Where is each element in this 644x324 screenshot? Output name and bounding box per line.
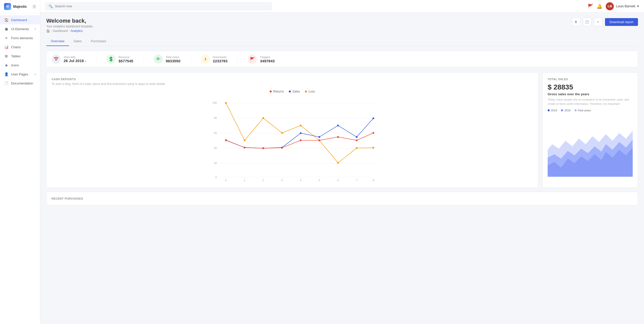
logo-text: Majestic bbox=[13, 5, 27, 9]
sidebar-item-tables[interactable]: ⊞ Tables bbox=[0, 52, 40, 61]
bell-icon[interactable]: 🔔 bbox=[597, 4, 602, 9]
filter-icon[interactable]: ☰ bbox=[32, 4, 36, 9]
sidebar-item-documentation[interactable]: 📄 Documentation bbox=[0, 79, 40, 88]
user-name: Louis Barnett bbox=[616, 4, 635, 8]
svg-point-42 bbox=[281, 147, 283, 149]
total-sales-title: TOTAL SALES bbox=[548, 78, 633, 81]
search-input[interactable] bbox=[55, 4, 268, 8]
svg-text:0: 0 bbox=[225, 179, 227, 182]
legend-2018: 2018 bbox=[561, 109, 570, 112]
svg-text:80: 80 bbox=[214, 116, 217, 119]
sidebar-item-ui-elements[interactable]: ▣ UI Elements ▾ bbox=[0, 24, 40, 33]
tabs: Overview Sales Purchases bbox=[46, 37, 638, 46]
search-icon: 🔍 bbox=[49, 4, 53, 8]
topbar: 🔍 🚩 🔔 LB Louis Barnett ▾ bbox=[40, 0, 644, 13]
revenue-label: Revenue bbox=[118, 56, 130, 59]
sidebar-item-label: UI Elements bbox=[11, 27, 29, 31]
clock-icon-button[interactable]: 🕐 bbox=[583, 18, 591, 26]
svg-point-24 bbox=[281, 132, 283, 134]
cash-deposits-title: CASH DEPOSITS bbox=[52, 78, 533, 81]
legend-past-years: Past years bbox=[575, 109, 591, 112]
svg-point-46 bbox=[356, 140, 357, 141]
stat-divider-4 bbox=[237, 55, 238, 64]
breadcrumb: 🏠 / Dashboard / Analytics bbox=[46, 29, 93, 33]
plus-icon-button[interactable]: + bbox=[594, 18, 602, 26]
dashboard-icon: 🏠 bbox=[4, 18, 9, 22]
recent-purchases-card: RECENT PURCHASES bbox=[46, 192, 638, 205]
sidebar-item-label: Documentation bbox=[11, 81, 33, 85]
sidebar-item-label: Tables bbox=[11, 54, 21, 58]
charts-grid: CASH DEPOSITS To start a blog, think of … bbox=[46, 72, 638, 188]
user-menu-arrow: ▾ bbox=[637, 4, 639, 8]
sidebar-item-charts[interactable]: 📊 Charts bbox=[0, 42, 40, 52]
calendar-icon: 📅 bbox=[52, 55, 61, 64]
svg-text:20: 20 bbox=[214, 162, 217, 165]
downloads-block: Downloads 2233783 bbox=[213, 55, 227, 63]
stat-divider-3 bbox=[190, 55, 191, 64]
download-icon-button[interactable]: ⬇ bbox=[572, 18, 580, 26]
total-sales-card: TOTAL SALES $ 28835 Gross sales over the… bbox=[542, 72, 638, 188]
search-box[interactable]: 🔍 bbox=[45, 3, 272, 10]
main-content: 🔍 🚩 🔔 LB Louis Barnett ▾ Welcome back, Y… bbox=[40, 0, 644, 324]
legend-2019: 2019 bbox=[548, 109, 557, 112]
total-sales-desc: Today, many people rely on computers to … bbox=[548, 98, 633, 106]
logo-icon: M bbox=[4, 3, 11, 10]
line-chart: 100 80 60 40 20 0 0 1 2 3 4 5 6 7 8 bbox=[52, 96, 533, 182]
svg-point-40 bbox=[244, 147, 246, 148]
tab-sales[interactable]: Sales bbox=[69, 37, 86, 46]
flagged-block: Flagged 3497843 bbox=[260, 55, 274, 63]
sidebar-item-form-elements[interactable]: ≡ Form elements bbox=[0, 33, 40, 42]
flag-icon[interactable]: 🚩 bbox=[588, 4, 593, 9]
revenue-icon: 💲 bbox=[106, 55, 115, 64]
svg-text:2: 2 bbox=[263, 179, 264, 182]
svg-point-22 bbox=[244, 140, 246, 141]
svg-point-25 bbox=[300, 125, 302, 126]
total-views-block: Total views 9833550 bbox=[166, 55, 180, 63]
svg-point-39 bbox=[225, 140, 227, 141]
page-actions: ⬇ 🕐 + Download report bbox=[572, 18, 638, 26]
avatar: LB bbox=[606, 2, 614, 10]
tab-overview[interactable]: Overview bbox=[46, 37, 69, 46]
stat-start-date: 📅 Start date 26 Jul 2018 ▾ bbox=[52, 55, 86, 64]
svg-point-23 bbox=[262, 117, 264, 119]
svg-text:7: 7 bbox=[356, 179, 357, 182]
legend-past-years-label: Past years bbox=[578, 109, 591, 112]
2018-dot bbox=[561, 109, 563, 111]
user-menu[interactable]: LB Louis Barnett ▾ bbox=[606, 2, 639, 10]
start-date-label: Start date bbox=[64, 56, 86, 59]
total-sales-amount: $ 28835 bbox=[548, 83, 633, 91]
flagged-value: 3497843 bbox=[260, 59, 274, 63]
stat-downloads: ⬇ Downloads 2233783 bbox=[201, 55, 227, 64]
svg-text:100: 100 bbox=[212, 101, 217, 104]
download-report-button[interactable]: Download report bbox=[605, 18, 638, 26]
form-elements-icon: ≡ bbox=[4, 36, 9, 40]
sidebar-item-icons[interactable]: ◈ Icons bbox=[0, 61, 40, 70]
2019-dot bbox=[548, 109, 550, 111]
svg-point-21 bbox=[225, 102, 227, 104]
returns-dot bbox=[270, 90, 272, 92]
flagged-label: Flagged bbox=[260, 56, 270, 59]
page-title: Welcome back, bbox=[46, 18, 93, 24]
sidebar-item-user-pages[interactable]: 👤 User Pages ▾ bbox=[0, 70, 40, 79]
sidebar-item-label: User Pages bbox=[11, 72, 28, 76]
svg-text:1: 1 bbox=[244, 179, 245, 182]
past-years-dot bbox=[575, 109, 577, 111]
stat-total-views: 👁 Total views 9833550 bbox=[154, 55, 180, 64]
svg-point-47 bbox=[373, 132, 374, 134]
page-header: Welcome back, Your analytics dashboard t… bbox=[46, 18, 638, 33]
sidebar: M Majestic ☰ 🏠 Dashboard ▣ UI Elements ▾… bbox=[0, 0, 40, 324]
sidebar-item-dashboard[interactable]: 🏠 Dashboard bbox=[0, 15, 40, 24]
topbar-actions: 🚩 🔔 LB Louis Barnett ▾ bbox=[588, 2, 639, 10]
user-pages-icon: 👤 bbox=[4, 72, 9, 76]
tab-purchases[interactable]: Purchases bbox=[86, 37, 111, 46]
flag-stat-icon: 🚩 bbox=[248, 55, 257, 64]
legend-sales-label: Sales bbox=[292, 90, 300, 93]
breadcrumb-dashboard[interactable]: Dashboard bbox=[53, 29, 68, 33]
legend-2018-label: 2018 bbox=[564, 109, 570, 112]
svg-marker-50 bbox=[548, 131, 633, 176]
dropdown-arrow[interactable]: ▾ bbox=[85, 60, 86, 63]
loss-dot bbox=[305, 90, 307, 92]
svg-point-38 bbox=[373, 117, 374, 119]
cash-deposits-card: CASH DEPOSITS To start a blog, think of … bbox=[46, 72, 538, 188]
download-stat-icon: ⬇ bbox=[201, 55, 210, 64]
